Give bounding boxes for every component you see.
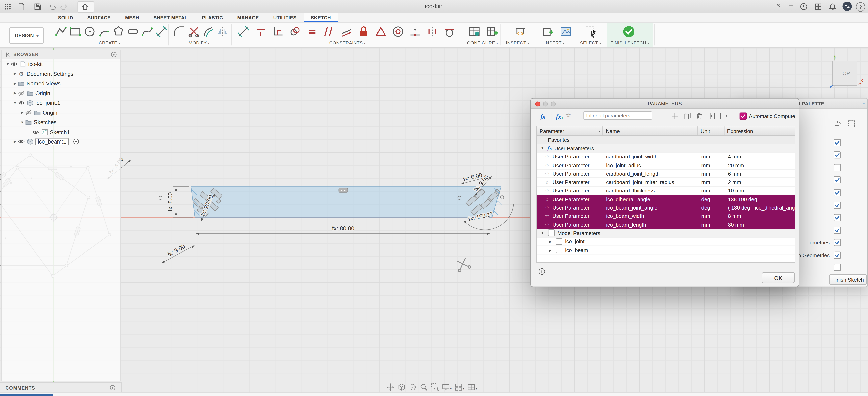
zoom-window-icon[interactable]: [551, 102, 556, 107]
grid-snap-icon[interactable]: [455, 383, 463, 391]
param-row-ico-beam-width[interactable]: ☆User Parameterico_beam_widthmm8 mm: [537, 212, 795, 221]
browser-item-ico-joint-1[interactable]: ▼ico_joint:1: [2, 98, 120, 108]
tab-sketch[interactable]: SKETCH: [304, 13, 338, 22]
zoom-window-icon[interactable]: [431, 383, 439, 391]
browser-item-origin[interactable]: ▶Origin: [2, 108, 120, 117]
favorite-star-icon[interactable]: ☆: [545, 153, 550, 160]
parameters-dialog[interactable]: PARAMETERS fx fx+ ☆ Automatic Compute Pa…: [530, 98, 800, 287]
eye-icon[interactable]: [18, 99, 25, 107]
favorite-star-icon[interactable]: ☆: [545, 221, 550, 227]
tool-conf2-icon[interactable]: [486, 25, 499, 38]
tab-solid[interactable]: SOLID: [51, 13, 80, 22]
pan-icon[interactable]: [386, 383, 395, 391]
copy-parameter-icon[interactable]: [683, 112, 691, 120]
column-header-unit[interactable]: Unit: [698, 126, 724, 135]
toolbar-group-label-select[interactable]: SELECT: [576, 40, 606, 46]
dimension-9-left[interactable]: fx: 9.00: [166, 243, 186, 258]
group-checkbox[interactable]: [548, 230, 555, 236]
activate-component-radio[interactable]: [73, 139, 79, 145]
tool-circle-icon[interactable]: [83, 25, 96, 38]
ok-button[interactable]: OK: [762, 272, 795, 283]
dimension-8[interactable]: fx: 8.00: [167, 192, 173, 211]
job-status-icon[interactable]: [799, 2, 808, 11]
favorite-star-icon[interactable]: ☆: [545, 162, 550, 168]
expander-icon[interactable]: ▼: [12, 101, 18, 105]
toolbar-group-label-constraints[interactable]: CONSTRAINTS: [232, 40, 463, 46]
tool-ins2-icon[interactable]: [559, 25, 572, 38]
centerline-point-left[interactable]: [159, 196, 162, 199]
tool-trim-icon[interactable]: [187, 25, 200, 38]
delete-parameter-icon[interactable]: [695, 112, 704, 120]
tab-utilities[interactable]: UTILITIES: [266, 13, 304, 22]
tool-c_eq-icon[interactable]: [306, 25, 319, 38]
tool-arc-icon[interactable]: [97, 25, 111, 38]
favorite-star-icon[interactable]: ☆: [545, 179, 550, 185]
favorite-star-icon[interactable]: ☆: [545, 196, 550, 202]
param-expression-cell[interactable]: 20 mm: [725, 161, 795, 169]
tool-c_colin-icon[interactable]: [340, 25, 353, 38]
column-header-expression[interactable]: Expression: [724, 126, 795, 135]
favorite-star-icon[interactable]: ☆: [545, 213, 550, 219]
palette-checkbox[interactable]: [834, 189, 841, 196]
palette-checkbox[interactable]: [834, 252, 841, 259]
eye-icon[interactable]: [10, 61, 18, 68]
tool-sdim-icon[interactable]: [237, 25, 250, 38]
browser-item-sketch1[interactable]: Sketch1: [2, 127, 120, 137]
param-expression-cell[interactable]: 138.190 deg: [725, 195, 795, 203]
palette-checkbox[interactable]: [834, 227, 841, 234]
tool-ins1-icon[interactable]: [541, 25, 555, 38]
param-expression-cell[interactable]: 8 mm: [725, 212, 795, 220]
tab-sheet-metal[interactable]: SHEET METAL: [146, 13, 195, 22]
palette-checkbox[interactable]: [834, 239, 841, 246]
workspace-selector[interactable]: DESIGN: [9, 27, 44, 44]
fx-parameter-icon[interactable]: fx: [537, 111, 549, 121]
dock-panel-icon[interactable]: »: [862, 101, 865, 106]
tool-mirror-icon[interactable]: [216, 25, 229, 38]
tool-spline-icon[interactable]: [141, 25, 154, 38]
tab-plastic[interactable]: PLASTIC: [195, 13, 230, 22]
beam-end-point[interactable]: [500, 196, 503, 199]
param-row-cardboard-thickness[interactable]: ☆User Parametercardboard_thicknessmm10 m…: [537, 187, 795, 195]
favorite-star-icon[interactable]: ☆: [545, 204, 550, 210]
comments-options-icon[interactable]: [110, 385, 116, 391]
tool-sdim-icon[interactable]: [155, 25, 168, 38]
palette-checkbox[interactable]: [834, 214, 841, 221]
expander-icon[interactable]: ▶: [548, 239, 553, 244]
browser-item-document-settings[interactable]: ▶⚙Document Settings: [2, 69, 120, 79]
palette-checkbox[interactable]: [834, 151, 841, 159]
zoom-icon[interactable]: [420, 383, 428, 391]
viewcube-face-label[interactable]: TOP: [839, 70, 850, 77]
export-parameters-icon[interactable]: [720, 112, 728, 120]
tool-c_coin-icon[interactable]: [288, 25, 302, 38]
toolbar-group-label-insert[interactable]: INSERT: [535, 40, 575, 46]
expander-icon[interactable]: ▶: [12, 139, 18, 144]
expander-icon[interactable]: ▶: [12, 72, 18, 76]
tool-c_mid-icon[interactable]: [409, 25, 422, 38]
tool-conf1-icon[interactable]: [468, 25, 481, 38]
tool-fillet-icon[interactable]: [173, 25, 186, 38]
eye-icon[interactable]: [18, 138, 25, 145]
notifications-icon[interactable]: [828, 2, 837, 11]
new-tab-icon[interactable]: +: [786, 1, 796, 9]
param-group-model-parameters[interactable]: ▼Model Parameters: [537, 229, 795, 237]
column-header-parameter[interactable]: Parameter▾: [537, 126, 603, 135]
tool-c_sym-icon[interactable]: [426, 25, 439, 38]
param-expression-cell[interactable]: 6 mm: [725, 170, 795, 178]
extensions-icon[interactable]: [814, 2, 823, 11]
browser-item-ico-beam-1[interactable]: ▶ico_beam:1: [2, 137, 120, 146]
tab-manage[interactable]: MANAGE: [230, 13, 266, 22]
pan-hand-icon[interactable]: [409, 383, 417, 391]
tool-c_conc-icon[interactable]: [391, 25, 405, 38]
param-row-ico-beam-length[interactable]: ☆User Parameterico_beam_lengthmm80 mm: [537, 221, 795, 229]
tab-mesh[interactable]: MESH: [118, 13, 146, 22]
param-expression-cell[interactable]: 4 mm: [725, 153, 795, 161]
param-expression-cell[interactable]: 10 mm: [725, 187, 795, 195]
expander-icon[interactable]: ▶: [19, 110, 25, 115]
tool-c_lock-icon[interactable]: [357, 25, 370, 38]
toolbar-group-label-inspect[interactable]: INSPECT: [501, 40, 534, 46]
expander-icon[interactable]: ▼: [19, 120, 25, 124]
linetype-icon[interactable]: [834, 120, 842, 128]
tool-finish-icon[interactable]: [622, 25, 636, 38]
param-row-cardboard-joint-miter-radius[interactable]: ☆User Parametercardboard_joint_miter_rad…: [537, 178, 795, 187]
filter-parameters-input[interactable]: [583, 111, 652, 120]
